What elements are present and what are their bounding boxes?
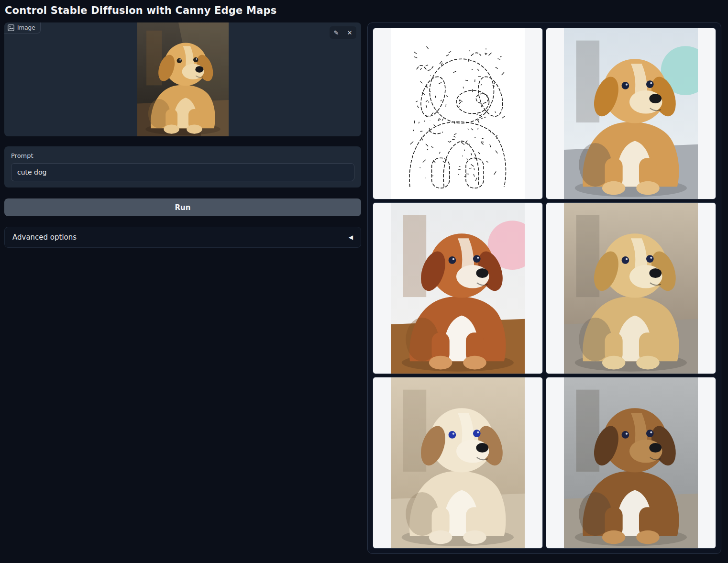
output-column xyxy=(367,22,721,554)
generated-puppy-5 xyxy=(564,377,698,548)
main-layout: Image ✎ ✕ xyxy=(4,22,721,554)
generated-puppy-1 xyxy=(564,28,698,199)
canny-edge-map xyxy=(391,28,525,199)
gallery-item-generated-puppy-4[interactable] xyxy=(373,377,542,548)
accordion-collapse-icon: ◀ xyxy=(349,234,353,241)
prompt-label: Prompt xyxy=(11,152,354,159)
gallery-item-generated-puppy-5[interactable] xyxy=(546,377,716,548)
image-upload-panel[interactable]: Image ✎ ✕ xyxy=(4,22,361,136)
edit-image-icon[interactable]: ✎ xyxy=(331,27,342,38)
image-tab-label: Image xyxy=(17,24,35,31)
output-gallery xyxy=(367,22,721,554)
generated-puppy-2 xyxy=(391,203,525,374)
prompt-input[interactable] xyxy=(11,163,354,181)
controls-column: Image ✎ ✕ xyxy=(4,22,361,248)
image-icon xyxy=(8,24,14,31)
image-actions: ✎ ✕ xyxy=(330,26,356,39)
generated-puppy-4 xyxy=(391,377,525,548)
image-tab[interactable]: Image xyxy=(4,22,41,33)
advanced-options-label: Advanced options xyxy=(12,233,77,242)
page-title: Control Stable Diffusion with Canny Edge… xyxy=(5,5,721,16)
gallery-item-generated-puppy-3[interactable] xyxy=(546,203,716,374)
generated-puppy-3 xyxy=(564,203,698,374)
gallery-item-generated-puppy-2[interactable] xyxy=(373,203,542,374)
gallery-item-generated-puppy-1[interactable] xyxy=(546,28,716,199)
clear-image-icon[interactable]: ✕ xyxy=(344,27,355,38)
advanced-options-accordion[interactable]: Advanced options ◀ xyxy=(4,227,361,248)
gallery-item-canny-edge-map[interactable] xyxy=(373,28,542,199)
uploaded-image-wrap xyxy=(4,22,361,136)
run-button[interactable]: Run xyxy=(4,199,361,216)
prompt-panel: Prompt xyxy=(4,146,361,188)
uploaded-puppy-image[interactable] xyxy=(137,22,229,136)
